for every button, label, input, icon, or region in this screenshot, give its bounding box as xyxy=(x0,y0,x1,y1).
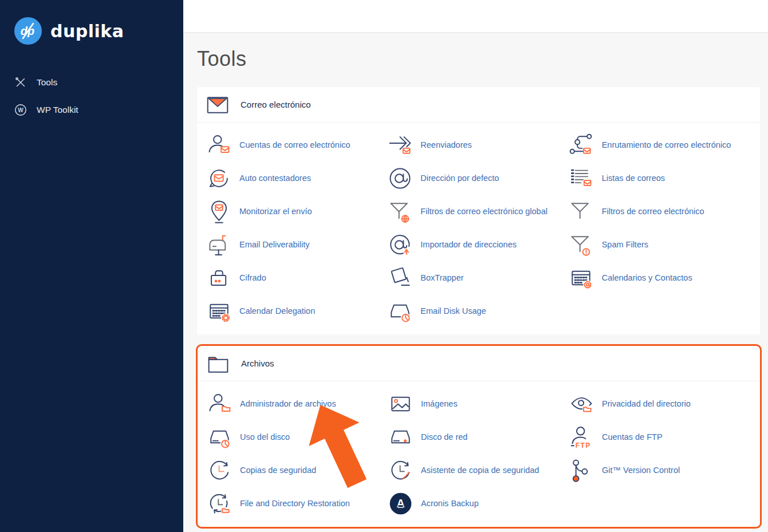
top-bar xyxy=(183,0,768,33)
tool-link[interactable]: BoxTrapper xyxy=(420,273,463,283)
brand[interactable]: dp duplika xyxy=(0,0,183,45)
ftp-accounts-icon: FTP xyxy=(569,424,594,450)
section-title: Correo electrónico xyxy=(241,100,311,109)
sidebar-item-tools[interactable]: Tools xyxy=(0,69,183,96)
tool-link[interactable]: Copias de seguridad xyxy=(240,465,316,476)
calendar-delegation-icon xyxy=(206,298,231,324)
tool-link[interactable]: Git™ Version Control xyxy=(602,465,680,476)
tool-item[interactable]: Imágenes xyxy=(388,387,569,420)
page-title: Tools xyxy=(197,47,768,71)
tool-item[interactable]: Git™ Version Control xyxy=(569,454,750,487)
tool-item[interactable]: Filtros de correo electrónico global xyxy=(387,195,568,228)
email-accounts-icon xyxy=(206,132,231,157)
tool-link[interactable]: Filtros de correo electrónico global xyxy=(420,206,548,217)
autoresponders-icon xyxy=(206,165,231,191)
tool-item[interactable]: Spam Filters xyxy=(569,228,750,261)
tool-link[interactable]: Calendar Delegation xyxy=(239,306,315,317)
acronis-icon: A xyxy=(388,491,413,516)
tool-link[interactable]: Cuentas de correo electrónico xyxy=(239,140,350,151)
tool-item[interactable]: File and Directory Restoration xyxy=(207,487,388,520)
backup-wizard-icon xyxy=(388,458,413,483)
boxtrapper-icon xyxy=(387,265,412,290)
tool-item[interactable]: Asistente de copia de seguridad xyxy=(388,454,569,487)
collapse-section-button[interactable] xyxy=(732,359,745,368)
tool-link[interactable]: Listas de correos xyxy=(602,173,665,184)
tool-link[interactable]: Importador de direcciones xyxy=(420,239,517,250)
tool-item[interactable]: Uso del disco xyxy=(207,420,388,454)
tool-grid: Cuentas de correo electrónicoReenviadore… xyxy=(197,123,760,334)
tool-item[interactable]: Reenviadores xyxy=(387,128,568,161)
tool-link[interactable]: Spam Filters xyxy=(602,239,648,250)
encryption-icon xyxy=(206,265,231,290)
tool-item[interactable]: Calendar Delegation xyxy=(206,294,387,328)
collapse-section-button[interactable] xyxy=(732,100,745,109)
tools-icon xyxy=(14,76,27,89)
tool-item[interactable]: Cifrado xyxy=(206,261,387,294)
tool-link[interactable]: Auto contestadores xyxy=(239,173,311,184)
calendars-contacts-icon xyxy=(569,265,594,290)
tool-link[interactable]: Cuentas de FTP xyxy=(602,432,663,443)
svg-text:W: W xyxy=(18,107,23,113)
tool-item[interactable]: Dirección por defecto xyxy=(387,161,568,195)
file-restoration-icon xyxy=(207,491,232,516)
section-header: Correo electrónico xyxy=(197,87,760,123)
tool-item[interactable]: FTPCuentas de FTP xyxy=(569,420,750,454)
folder-icon xyxy=(207,353,230,375)
tool-item[interactable]: Calendarios y Contactos xyxy=(569,261,750,294)
tool-link[interactable]: File and Directory Restoration xyxy=(240,498,350,509)
tool-item[interactable]: Disco de red xyxy=(388,420,569,454)
tool-link[interactable]: Filtros de correo electrónico xyxy=(602,206,704,217)
network-disk-icon xyxy=(388,424,413,450)
default-address-icon xyxy=(387,165,412,191)
global-email-filters-icon xyxy=(387,199,412,224)
tool-item[interactable]: Cuentas de correo electrónico xyxy=(206,128,387,161)
forwarders-icon xyxy=(387,132,412,157)
tool-item[interactable]: Copias de seguridad xyxy=(207,454,388,487)
section-card: ArchivosAdministrador de archivosImágene… xyxy=(196,344,762,529)
tool-link[interactable]: Calendarios y Contactos xyxy=(602,273,692,283)
tool-item[interactable]: Administrador de archivos xyxy=(207,387,388,420)
tool-item[interactable]: Privacidad del directorio xyxy=(569,387,750,420)
backup-icon xyxy=(207,458,232,483)
tool-link[interactable]: Acronis Backup xyxy=(421,498,479,509)
sections-container: Correo electrónicoCuentas de correo elec… xyxy=(183,87,768,529)
tool-item[interactable]: Email Disk Usage xyxy=(387,294,568,328)
tool-link[interactable]: Disco de red xyxy=(421,432,467,443)
section-title: Archivos xyxy=(241,358,274,368)
sidebar-item-label: Tools xyxy=(37,77,57,88)
tool-item[interactable]: Monitorizar el envío xyxy=(206,195,387,228)
tool-link[interactable]: Email Deliverability xyxy=(239,239,309,250)
tool-link[interactable]: Monitorizar el envío xyxy=(239,206,312,217)
file-manager-icon xyxy=(207,391,232,416)
main-content: Tools Correo electrónicoCuentas de corre… xyxy=(183,0,768,532)
tool-item[interactable]: Auto contestadores xyxy=(206,161,387,195)
tool-link[interactable]: Cifrado xyxy=(239,273,266,283)
tool-item[interactable]: Importador de direcciones xyxy=(387,228,568,261)
directory-privacy-icon xyxy=(569,391,594,416)
tool-item[interactable]: BoxTrapper xyxy=(387,261,568,294)
tool-item[interactable]: Filtros de correo electrónico xyxy=(569,195,750,228)
sidebar-item-wp-toolkit[interactable]: W WP Toolkit xyxy=(0,96,183,124)
tool-item[interactable]: Email Deliverability xyxy=(206,228,387,261)
sidebar-nav: Tools W WP Toolkit xyxy=(0,69,183,124)
envelope-icon xyxy=(206,94,229,116)
tool-link[interactable]: Administrador de archivos xyxy=(240,399,336,409)
sidebar-item-label: WP Toolkit xyxy=(37,105,78,115)
tool-item[interactable]: Listas de correos xyxy=(569,161,750,195)
svg-text:FTP: FTP xyxy=(575,442,590,450)
tool-link[interactable]: Uso del disco xyxy=(240,432,290,443)
tool-link[interactable]: Dirección por defecto xyxy=(420,173,499,184)
tool-link[interactable]: Imágenes xyxy=(421,399,458,409)
tool-link[interactable]: Asistente de copia de seguridad xyxy=(421,465,539,476)
tool-link[interactable]: Reenviadores xyxy=(420,140,471,151)
duplika-logo-icon: dp xyxy=(14,17,42,45)
tool-link[interactable]: Privacidad del directorio xyxy=(602,399,691,409)
brand-name: duplika xyxy=(50,21,124,41)
tool-item[interactable]: Enrutamiento de correo electrónico xyxy=(569,128,750,161)
track-delivery-icon xyxy=(206,199,231,224)
mailing-lists-icon xyxy=(569,165,594,191)
tool-item[interactable]: AAcronis Backup xyxy=(388,487,569,520)
tool-link[interactable]: Enrutamiento de correo electrónico xyxy=(602,140,731,151)
tool-link[interactable]: Email Disk Usage xyxy=(420,306,486,317)
email-deliverability-icon xyxy=(206,232,231,257)
